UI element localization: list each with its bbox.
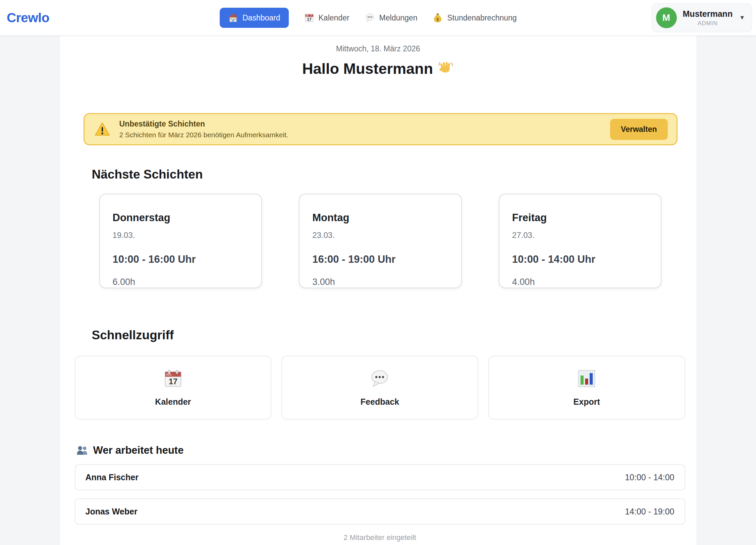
warning-icon (95, 121, 110, 137)
main-content: Mittwoch, 18. März 2026 Hallo Mustermann (60, 36, 696, 545)
shift-date: 19.03. (113, 231, 248, 240)
quick-card-kalender[interactable]: 17 JUL Kalender (75, 356, 272, 419)
shift-date: 27.03. (512, 231, 648, 240)
shift-day: Montag (312, 212, 448, 224)
page-title: Hallo Mustermann (60, 60, 696, 78)
quick-label: Export (574, 397, 600, 407)
calendar-icon: 17 JUL (304, 13, 314, 23)
svg-text:$: $ (437, 17, 439, 22)
waving-hand-icon (438, 61, 454, 77)
svg-text:JUL: JUL (305, 15, 309, 17)
nav-label: Kalender (319, 13, 349, 22)
two-people-icon (76, 445, 89, 456)
alert-message: 2 Schichten für März 2026 benötigen Aufm… (119, 131, 288, 139)
nav-tab-dashboard[interactable]: Dashboard (220, 8, 289, 28)
quick-card-feedback[interactable]: Feedback (281, 356, 478, 419)
avatar: M (656, 7, 677, 28)
main-nav: Dashboard 17 JUL Kalender (220, 0, 517, 36)
alert-text: Unbestätigte Schichten 2 Schichten für M… (119, 119, 288, 139)
speech-bubble-icon (370, 369, 389, 388)
unconfirmed-shifts-banner: Unbestätigte Schichten 2 Schichten für M… (84, 113, 678, 145)
shift-day: Donnerstag (113, 212, 248, 224)
brand-logo[interactable]: Crewlo (7, 0, 49, 36)
assigned-count: 2 Mitarbeiter eingeteilt (75, 533, 685, 542)
current-date: Mittwoch, 18. März 2026 (60, 36, 696, 53)
user-role-badge: ADMIN (683, 20, 733, 27)
shift-card: Freitag 27.03. 10:00 - 14:00 Uhr 4.00h (499, 194, 662, 288)
shift-hours: 6.00h (113, 277, 248, 287)
nav-tab-stundenabrechnung[interactable]: $ Stundenabrechnung (433, 13, 517, 23)
nav-tab-meldungen[interactable]: Meldungen (365, 13, 418, 23)
verwalten-button[interactable]: Verwalten (610, 119, 667, 140)
working-today-title: Wer arbeitet heute (93, 444, 184, 456)
worker-row: Jonas Weber 14:00 - 19:00 (75, 498, 685, 525)
user-menu[interactable]: M Mustermann ADMIN ▼ (652, 3, 752, 32)
worker-time: 14:00 - 19:00 (625, 507, 674, 516)
worker-time: 10:00 - 14:00 (625, 473, 674, 482)
quick-access-heading: Schnellzugriff (92, 328, 696, 342)
shift-date: 23.03. (312, 231, 448, 240)
user-name: Mustermann (683, 9, 733, 19)
speech-bubble-icon (365, 13, 375, 23)
worker-name: Jonas Weber (86, 507, 138, 516)
worker-list: Anna Fischer 10:00 - 14:00 Jonas Weber 1… (75, 464, 685, 542)
bar-chart-icon (577, 369, 596, 388)
nav-tab-kalender[interactable]: 17 JUL Kalender (304, 13, 349, 23)
quick-label: Feedback (361, 397, 399, 407)
quick-label: Kalender (155, 397, 191, 407)
quick-access-grid: 17 JUL Kalender Feedback (75, 356, 685, 419)
quick-card-export[interactable]: Export (488, 356, 685, 419)
alert-title: Unbestätigte Schichten (119, 119, 288, 129)
worker-row: Anna Fischer 10:00 - 14:00 (75, 464, 685, 490)
shift-time: 10:00 - 16:00 Uhr (113, 253, 248, 265)
user-info: Mustermann ADMIN (683, 9, 733, 27)
shift-card-grid: Donnerstag 19.03. 10:00 - 16:00 Uhr 6.00… (99, 194, 662, 288)
shift-time: 16:00 - 19:00 Uhr (312, 253, 448, 265)
worker-name: Anna Fischer (86, 473, 139, 482)
shift-hours: 3.00h (312, 277, 448, 287)
shift-day: Freitag (512, 212, 648, 224)
shift-time: 10:00 - 14:00 Uhr (512, 253, 648, 265)
calendar-icon: 17 JUL (163, 369, 183, 388)
nav-label: Meldungen (379, 13, 418, 22)
nav-label: Dashboard (242, 13, 280, 22)
money-bag-icon: $ (433, 13, 443, 23)
working-today-heading: Wer arbeitet heute (76, 444, 696, 456)
svg-text:17: 17 (307, 17, 312, 22)
greeting-text: Hallo Mustermann (302, 60, 433, 78)
header: Crewlo Dashboard (0, 0, 756, 36)
house-icon (228, 13, 238, 23)
shift-hours: 4.00h (512, 277, 648, 287)
next-shifts-heading: Nächste Schichten (92, 167, 696, 182)
svg-text:17: 17 (169, 377, 177, 386)
shift-card: Donnerstag 19.03. 10:00 - 16:00 Uhr 6.00… (99, 194, 262, 288)
svg-text:JUL: JUL (166, 373, 172, 376)
shift-card: Montag 23.03. 16:00 - 19:00 Uhr 3.00h (299, 194, 462, 288)
chevron-down-icon: ▼ (739, 14, 745, 21)
nav-label: Stundenabrechnung (447, 13, 517, 22)
